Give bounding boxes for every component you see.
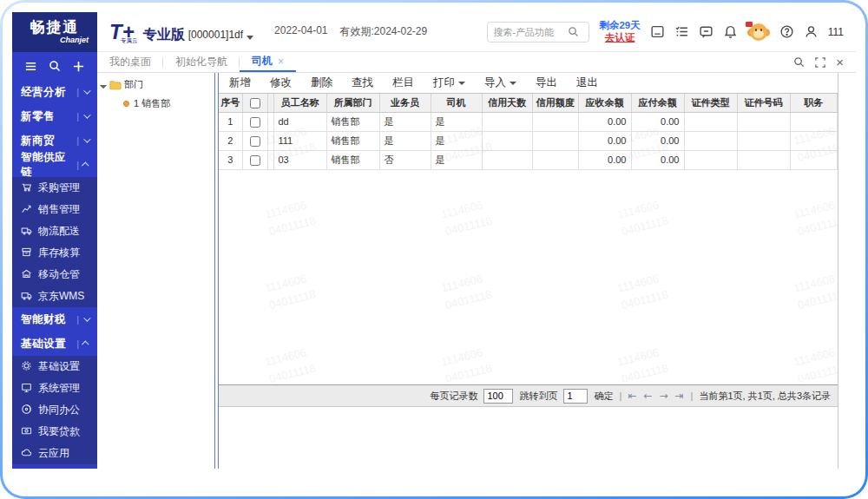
- import-button[interactable]: 导入: [484, 76, 516, 90]
- notification-bell-icon[interactable]: [723, 24, 738, 39]
- col-cert-no[interactable]: 证件号码: [737, 94, 790, 112]
- checklist-icon[interactable]: [674, 24, 689, 39]
- search-input[interactable]: [493, 27, 568, 37]
- mobile-warehouse-icon: [21, 268, 32, 282]
- per-page-label: 每页记录数: [430, 390, 477, 403]
- col-driver[interactable]: 司机: [431, 94, 482, 112]
- goto-page-input[interactable]: [563, 389, 588, 404]
- sidebar-item-system-management[interactable]: 系统管理: [12, 378, 97, 399]
- tree-expander-icon[interactable]: [100, 81, 107, 88]
- select-all-checkbox[interactable]: [250, 98, 260, 108]
- tree-node-department[interactable]: 部门: [101, 78, 211, 91]
- col-select-all[interactable]: [242, 94, 267, 112]
- col-payable[interactable]: 应付余额: [631, 94, 684, 112]
- add-button[interactable]: 新增: [229, 76, 251, 90]
- tab-my-desktop[interactable]: 我的桌面: [97, 52, 163, 72]
- last-page-icon[interactable]: ⇥: [675, 390, 685, 402]
- topbar-actions: 剩余29天 去认证: [487, 20, 856, 43]
- account-label: [000001]1df: [188, 29, 243, 43]
- tab-bar: 我的桌面 初始化导航 司机 × ×: [97, 52, 856, 73]
- sidebar-item-mobile-warehouse[interactable]: 移动仓管: [12, 264, 97, 286]
- sidebar-item-logistics[interactable]: 物流配送: [12, 220, 97, 242]
- logistics-icon: [21, 225, 32, 239]
- next-page-icon[interactable]: →: [659, 390, 668, 402]
- product-search-box[interactable]: [487, 22, 589, 43]
- find-button[interactable]: 查找: [352, 76, 373, 90]
- edit-button[interactable]: 修改: [270, 76, 292, 90]
- header-row: 序号 员工名称 所属部门 业务员 司机 信用天数 信用额度 应收余额: [219, 94, 838, 112]
- trial-status: 剩余29天 去认证: [599, 20, 640, 43]
- username-label[interactable]: 111: [828, 26, 844, 38]
- col-receivable[interactable]: 应收余额: [578, 94, 631, 112]
- workbench-icon[interactable]: [650, 24, 665, 39]
- search-icon[interactable]: [568, 26, 579, 37]
- chanjet-logo: 畅捷通 Chanjet: [12, 12, 97, 52]
- tab-init-navigation[interactable]: 初始化导航: [163, 52, 240, 72]
- table-row[interactable]: 1 dd 销售部 是 是 0.00: [219, 112, 838, 131]
- sidebar-item-loan[interactable]: 我要贷款: [12, 421, 97, 443]
- sidebar-item-collaboration[interactable]: 协同办公: [12, 399, 97, 421]
- col-credit-days[interactable]: 信用天数: [482, 94, 532, 112]
- base-settings-icon: [21, 360, 32, 374]
- tplus-logo: T+专属云: [109, 22, 138, 43]
- tab-close-icon[interactable]: ×: [278, 56, 284, 68]
- help-icon[interactable]: [779, 24, 794, 39]
- tab-driver[interactable]: 司机 ×: [240, 52, 296, 72]
- sidebar-item-cloud-apps[interactable]: 云应用: [12, 443, 97, 464]
- columns-button[interactable]: 栏目: [392, 76, 414, 90]
- col-employee-name[interactable]: 员工名称: [273, 94, 326, 112]
- sidebar-item-new-retail[interactable]: 新零售 |: [12, 104, 97, 128]
- menu-icon[interactable]: [24, 60, 37, 73]
- tree-node-sales-dept[interactable]: 1 销售部: [123, 97, 211, 110]
- message-icon[interactable]: [699, 24, 713, 39]
- row-checkbox[interactable]: [250, 155, 260, 166]
- dropdown-caret-icon: [510, 82, 516, 85]
- fullscreen-icon[interactable]: [815, 57, 825, 68]
- sidebar-search-icon[interactable]: [49, 60, 61, 72]
- exit-button[interactable]: 退出: [576, 76, 598, 90]
- prev-page-icon[interactable]: ←: [643, 390, 653, 402]
- sidebar-item-sales[interactable]: 销售管理: [12, 199, 97, 220]
- go-certify-link[interactable]: 去认证: [605, 32, 635, 43]
- tab-search-icon[interactable]: [793, 56, 805, 68]
- col-salesman[interactable]: 业务员: [379, 94, 431, 112]
- col-seq[interactable]: 序号: [219, 94, 242, 112]
- table-row[interactable]: 3 03 销售部 否 是 0.00: [219, 150, 838, 169]
- sidebar-item-procurement[interactable]: 采购管理: [12, 177, 97, 199]
- screenshot-stage: 畅捷通 Chanjet T+专属云 专业版 [000001]1df 2022-0…: [0, 0, 868, 499]
- tree-child-label: 1 销售部: [134, 97, 170, 110]
- user-icon[interactable]: [804, 24, 819, 39]
- first-page-icon[interactable]: ⇤: [628, 390, 637, 402]
- print-button[interactable]: 打印: [433, 76, 465, 90]
- service-mascot-icon[interactable]: [747, 22, 770, 43]
- table-row[interactable]: 2 111 销售部 是 是 0.00: [219, 131, 838, 150]
- add-icon[interactable]: [72, 60, 85, 73]
- sidebar-item-basic-settings-group[interactable]: 基础设置 |: [12, 332, 97, 356]
- sidebar-item-basic-settings[interactable]: 基础设置: [12, 356, 97, 378]
- col-credit-limit[interactable]: 信用额度: [532, 94, 578, 112]
- sidebar-item-new-commerce[interactable]: 新商贸 |: [12, 128, 97, 153]
- account-dropdown-caret-icon[interactable]: [247, 36, 253, 40]
- sidebar-item-smart-finance-tax[interactable]: 智能财税 |: [12, 307, 97, 332]
- row-checkbox[interactable]: [250, 117, 260, 128]
- per-page-input[interactable]: [483, 389, 513, 404]
- page-info-label: 当前第1页, 共1页, 总共3条记录: [699, 390, 831, 403]
- sidebar-item-smart-supply-chain[interactable]: 智能供应链 |: [12, 153, 97, 177]
- sales-icon: [21, 203, 32, 217]
- confirm-button[interactable]: 确定: [594, 390, 613, 403]
- col-job-title[interactable]: 职务: [790, 94, 838, 112]
- col-cert-type[interactable]: 证件类型: [684, 94, 737, 112]
- delete-button[interactable]: 删除: [311, 76, 332, 90]
- sidebar-item-jd-wms[interactable]: 京东WMS: [12, 286, 97, 307]
- sidebar-item-business-analysis[interactable]: 经营分析 |: [12, 80, 97, 104]
- node-bullet-icon: [123, 101, 129, 107]
- col-department[interactable]: 所属部门: [326, 94, 379, 112]
- chevron-up-icon: [82, 340, 89, 347]
- export-button[interactable]: 导出: [536, 76, 557, 90]
- folder-icon: [109, 80, 122, 90]
- row-checkbox[interactable]: [250, 136, 260, 147]
- sidebar-item-inventory[interactable]: 库存核算: [12, 242, 97, 264]
- close-icon[interactable]: ×: [836, 56, 844, 69]
- grid-viewport: 1114606040111181114606040111181114606040…: [219, 93, 838, 384]
- chevron-down-icon: [83, 87, 90, 94]
